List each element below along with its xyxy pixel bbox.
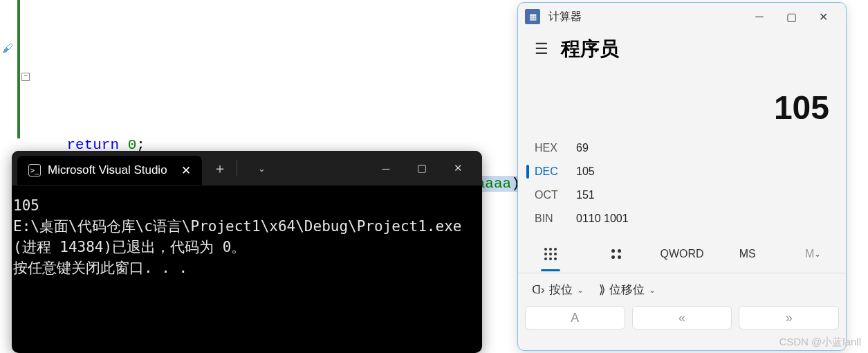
- radix-label: BIN: [535, 212, 576, 225]
- tab-dropdown-icon[interactable]: ⌄: [258, 163, 266, 174]
- radix-value: 105: [576, 165, 595, 178]
- close-button[interactable]: ✕: [807, 6, 839, 27]
- terminal-icon: >_: [28, 164, 41, 176]
- calculator-app-icon: ▦: [525, 9, 540, 24]
- memory-dropdown-button[interactable]: M⌄: [780, 235, 846, 273]
- terminal-tab-title: Microsoft Visual Studio: [48, 163, 167, 177]
- bitwise-label: 按位: [549, 282, 573, 298]
- calculator-key[interactable]: »: [739, 306, 839, 329]
- radix-value: 69: [576, 142, 589, 154]
- maximize-button[interactable]: ▢: [775, 6, 807, 27]
- bitshift-label: 位移位: [609, 282, 645, 298]
- bitwise-dropdown[interactable]: ᗡ› 按位 ⌄: [532, 282, 584, 298]
- divider: [237, 160, 237, 176]
- radix-label: OCT: [535, 189, 576, 201]
- radix-value: 0110 1001: [576, 212, 629, 225]
- maximize-button[interactable]: ▢: [407, 156, 436, 181]
- radix-panel: HEX69DEC105OCT151BIN0110 1001: [518, 136, 846, 230]
- radix-row-bin[interactable]: BIN0110 1001: [535, 207, 829, 230]
- chevron-down-icon: ⌄: [814, 249, 821, 259]
- radix-row-oct[interactable]: OCT151: [535, 183, 829, 207]
- shift-icon: ⟫: [599, 282, 605, 297]
- terminal-window: >_ Microsoft Visual Studio ✕ ＋ ⌄ ─ ▢ ✕ 1…: [12, 151, 482, 353]
- full-keypad-tab[interactable]: [518, 235, 584, 273]
- keypad-grid-icon: [544, 248, 557, 260]
- calculator-titlebar: ▦ 计算器 ─ ▢ ✕: [518, 3, 846, 30]
- radix-row-dec[interactable]: DEC105: [535, 160, 829, 183]
- chevron-down-icon: ⌄: [649, 285, 656, 295]
- terminal-titlebar: >_ Microsoft Visual Studio ✕ ＋ ⌄ ─ ▢ ✕: [12, 151, 482, 185]
- minimize-button[interactable]: ─: [371, 156, 400, 181]
- qword-button[interactable]: QWORD: [649, 235, 715, 273]
- format-brush-icon[interactable]: 🖌: [2, 39, 13, 59]
- calculator-display: 105: [518, 68, 846, 136]
- radix-label: DEC: [535, 165, 576, 178]
- calculator-window: ▦ 计算器 ─ ▢ ✕ ☰ 程序员 105 HEX69DEC105OCT151B…: [517, 2, 847, 351]
- watermark-text: CSDN @小蓝lanll: [779, 336, 861, 349]
- editor-gutter: [0, 0, 17, 145]
- calculator-keypad-row: A«»: [518, 306, 846, 329]
- new-tab-button[interactable]: ＋: [213, 159, 227, 178]
- radix-row-hex[interactable]: HEX69: [535, 136, 829, 160]
- close-tab-icon[interactable]: ✕: [181, 163, 191, 178]
- fold-toggle-icon[interactable]: −: [21, 73, 30, 81]
- minimize-button[interactable]: ─: [744, 6, 775, 27]
- calculator-app-title: 计算器: [548, 10, 582, 24]
- calculator-key[interactable]: «: [632, 306, 732, 329]
- terminal-tab[interactable]: >_ Microsoft Visual Studio ✕: [17, 156, 202, 185]
- bit-dots-icon: [611, 249, 621, 259]
- change-marker: [17, 0, 20, 21]
- radix-value: 151: [576, 189, 595, 201]
- hamburger-menu-icon[interactable]: ☰: [535, 40, 548, 58]
- nand-gate-icon: ᗡ›: [532, 282, 545, 297]
- close-button[interactable]: ✕: [443, 156, 472, 181]
- bit-toggle-tab[interactable]: [584, 235, 649, 273]
- terminal-output[interactable]: 105 E:\桌面\代码仓库\c语言\Project1\x64\Debug\Pr…: [12, 185, 482, 278]
- code-editor[interactable]: 🖌 − return 0;//}#define SWAPBIT(n) (((n)…: [0, 0, 512, 145]
- memory-store-button[interactable]: MS: [714, 235, 780, 273]
- calculator-mode-title: 程序员: [561, 36, 619, 62]
- memory-label: M: [805, 248, 814, 260]
- radix-label: HEX: [535, 142, 576, 154]
- view-mode-tabs: QWORD MS M⌄: [518, 235, 846, 273]
- bitshift-dropdown[interactable]: ⟫ 位移位 ⌄: [599, 282, 656, 298]
- change-marker: [17, 21, 20, 138]
- calculator-key[interactable]: A: [525, 306, 625, 329]
- chevron-down-icon: ⌄: [577, 285, 584, 295]
